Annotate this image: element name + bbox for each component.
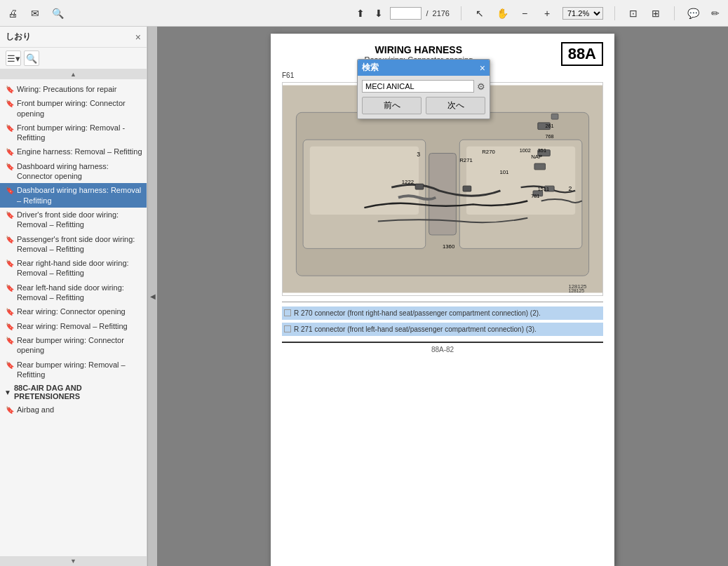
search-close-button[interactable]: × [480, 62, 485, 74]
bookmark-icon: 🔖 [6, 361, 14, 370]
sidebar-item-label: Front bumper wiring: Removal - Refitting [17, 123, 142, 143]
svg-text:351: 351 [538, 147, 546, 154]
sidebar-item-label: Rear wiring: Connector opening [17, 306, 142, 316]
sidebar-item-item-dashboard-connector[interactable]: 🔖Dashboard wiring harness: Connector ope… [0, 159, 147, 184]
svg-text:R271: R271 [459, 157, 473, 163]
sidebar-item-item-drivers-door[interactable]: 🔖Driver's front side door wiring: Remova… [0, 208, 147, 232]
sidebar-item-label: Rear left-hand side door wiring: Removal… [17, 283, 142, 303]
sidebar-search-icon[interactable]: 🔍 [24, 50, 39, 66]
svg-text:1222: 1222 [402, 179, 414, 185]
sidebar-item-item-front-bumper-removal[interactable]: 🔖Front bumper wiring: Removal - Refittin… [0, 121, 147, 145]
svg-rect-10 [551, 114, 558, 119]
svg-text:781: 781 [531, 193, 539, 199]
sidebar-item-item-rear-left-door[interactable]: 🔖Rear left-hand side door wiring: Remova… [0, 281, 147, 305]
svg-text:1360: 1360 [443, 243, 454, 250]
search-input-row: ⚙ [358, 76, 490, 97]
sidebar-scroll-down[interactable]: ▼ [0, 556, 147, 566]
zoom-out-icon[interactable]: − [518, 6, 532, 20]
sidebar-actions: ☰▾ 🔍 [0, 48, 147, 69]
bookmark-icon: 🔖 [6, 283, 14, 292]
sidebar-item-label: Rear right-hand side door wiring: Remova… [17, 258, 142, 278]
page-up-icon[interactable]: ⬆ [353, 6, 368, 20]
sidebar-scroll-up[interactable]: ▲ [0, 69, 147, 79]
search-text-input[interactable] [362, 80, 474, 93]
svg-text:768: 768 [546, 133, 554, 140]
sidebar-item-item-rear-right-door[interactable]: 🔖Rear right-hand side door wiring: Remov… [0, 256, 147, 281]
bookmark-icon: 🔖 [6, 405, 14, 415]
sidebar-item-label: Airbag and [17, 405, 142, 415]
bookmark-icon: 🔖 [6, 210, 14, 220]
sidebar-group-label: 88C-AIR DAG AND PRETENSIONERS [14, 384, 142, 400]
sidebar-item-item-rear-wiring-removal[interactable]: 🔖Rear wiring: Removal – Refitting [0, 319, 147, 333]
bookmark-icon: 🔖 [6, 99, 14, 108]
search-prev-button[interactable]: 前へ [362, 97, 422, 114]
sidebar-item-item-wiring-precautions[interactable]: 🔖Wiring: Precautions for repair [0, 82, 147, 96]
toolbar: 🖨 ✉ 🔍 ⬆ ⬇ 210 / 2176 ↖ ✋ − + 71.2% ⊡ ⊞ 💬… [0, 0, 728, 27]
doc-footer: 88A-82 [282, 342, 603, 353]
search-header: 検索 × [358, 60, 490, 76]
pen-icon[interactable]: ✏ [708, 6, 722, 20]
svg-text:3: 3 [417, 151, 420, 158]
sidebar-menu-icon[interactable]: ☰▾ [6, 50, 21, 66]
search-overlay: 検索 × ⚙ 前へ 次へ [357, 59, 490, 119]
callout-text-1: R 270 connector (front right-hand seat/p… [294, 309, 601, 318]
search-options-icon[interactable]: ⚙ [477, 81, 485, 92]
zoom-select[interactable]: 71.2% [562, 7, 603, 20]
hand-icon[interactable]: ✋ [495, 6, 509, 20]
sidebar-item-item-front-bumper-connector[interactable]: 🔖Front bumper wiring: Connector opening [0, 96, 147, 121]
fit-icon[interactable]: ⊡ [626, 6, 640, 20]
print-icon[interactable]: 🖨 [6, 6, 20, 20]
separator-3 [674, 6, 675, 20]
page-number-input[interactable]: 210 [390, 7, 422, 20]
sidebar-item-item-rear-wiring-connector[interactable]: 🔖Rear wiring: Connector opening [0, 304, 147, 318]
page-navigation: ⬆ ⬇ 210 / 2176 [353, 6, 450, 20]
svg-text:2: 2 [568, 185, 572, 192]
svg-text:261: 261 [546, 123, 554, 129]
svg-rect-8 [463, 186, 471, 191]
sidebar-item-item-engine-harness[interactable]: 🔖Engine harness: Removal – Refitting [0, 144, 147, 159]
zoom-in-icon[interactable]: + [540, 6, 554, 20]
svg-rect-5 [466, 147, 575, 215]
bookmark-icon: 🔖 [6, 162, 14, 171]
search-next-button[interactable]: 次へ [426, 97, 485, 114]
callout-checkbox-2[interactable] [284, 325, 291, 332]
sidebar: しおり × ☰▾ 🔍 ▲ 🔖Wiring: Precautions for re… [0, 27, 147, 566]
svg-text:1511: 1511 [538, 186, 549, 192]
cursor-icon[interactable]: ↖ [473, 6, 487, 20]
callout-r271: R 271 connector (front left-hand seat/pa… [282, 323, 603, 336]
sidebar-item-label: Wiring: Precautions for repair [17, 84, 142, 94]
bookmark-icon: 🔖 [6, 322, 14, 331]
sidebar-item-label: Driver's front side door wiring: Removal… [17, 210, 142, 230]
comment-icon[interactable]: 💬 [686, 6, 700, 20]
sidebar-item-label: Front bumper wiring: Connector opening [17, 98, 142, 119]
envelope-icon[interactable]: ✉ [28, 6, 42, 20]
svg-rect-7 [415, 184, 424, 189]
sidebar-item-label: Rear wiring: Removal – Refitting [17, 321, 142, 331]
doc-main-title: WIRING HARNESS [282, 44, 555, 55]
sidebar-close-button[interactable]: × [135, 32, 141, 42]
separator-1 [461, 6, 461, 20]
sidebar-collapse-handle[interactable]: ◀ [147, 27, 157, 566]
callout-checkbox-1[interactable] [284, 309, 291, 316]
sidebar-item-item-airbag[interactable]: 🔖Airbag and [0, 403, 147, 417]
bookmark-icon: 🔖 [6, 259, 14, 268]
page-total: 2176 [433, 9, 450, 18]
svg-text:1002: 1002 [520, 147, 531, 154]
svg-text:101: 101 [499, 169, 508, 175]
bookmark-icon: 🔖 [6, 147, 14, 156]
separator-2 [614, 6, 615, 20]
sidebar-header: しおり × [0, 27, 147, 48]
sidebar-list: 🔖Wiring: Precautions for repair🔖Front bu… [0, 79, 147, 556]
sidebar-item-item-rear-bumper-removal[interactable]: 🔖Rear bumper wiring: Removal – Refitting [0, 358, 147, 382]
sidebar-group-item-airbag-group[interactable]: ▼88C-AIR DAG AND PRETENSIONERS [0, 382, 147, 403]
sidebar-item-item-dashboard-removal[interactable]: 🔖Dashboard wiring harness: Removal – Ref… [0, 183, 147, 208]
svg-text:R270: R270 [482, 149, 495, 155]
grid-icon[interactable]: ⊞ [649, 6, 663, 20]
search-buttons: 前へ 次へ [358, 97, 490, 119]
sidebar-item-item-passenger-door[interactable]: 🔖Passenger's front side door wiring: Rem… [0, 232, 147, 257]
bookmark-icon: 🔖 [6, 235, 14, 244]
page-down-icon[interactable]: ⬇ [372, 6, 386, 20]
svg-rect-12 [534, 163, 546, 170]
search-icon[interactable]: 🔍 [50, 6, 65, 20]
sidebar-item-item-rear-bumper-connector[interactable]: 🔖Rear bumper wiring: Connector opening [0, 333, 147, 358]
